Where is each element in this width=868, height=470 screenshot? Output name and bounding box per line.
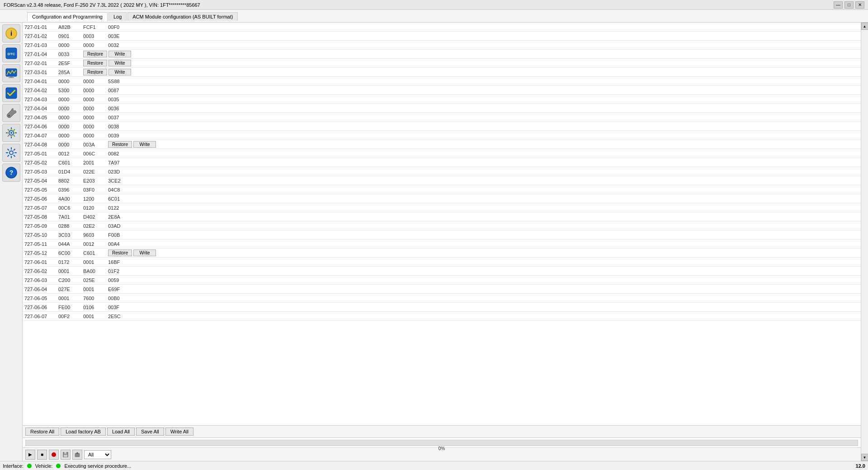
- row-id: 727-05-10: [24, 232, 58, 238]
- scroll-down-arrow[interactable]: ▼: [861, 454, 868, 461]
- restore-button[interactable]: Restore: [83, 69, 107, 75]
- status-message: Executing service procedure...: [64, 463, 131, 469]
- load-all-button[interactable]: Load All: [107, 428, 135, 436]
- svg-text:DTC: DTC: [7, 52, 15, 56]
- write-all-button[interactable]: Write All: [165, 428, 193, 436]
- row-v3: 7A97: [108, 160, 133, 165]
- row-v3: 01F2: [108, 268, 133, 274]
- restore-button[interactable]: Restore: [108, 141, 132, 148]
- svg-rect-19: [75, 453, 80, 457]
- row-v3: 0059: [108, 277, 133, 283]
- svg-point-8: [8, 115, 10, 117]
- sidebar-item-modules[interactable]: [2, 124, 20, 142]
- row-id: 727-05-02: [24, 160, 58, 165]
- close-button[interactable]: ✕: [855, 1, 864, 9]
- row-v3: 003E: [108, 33, 133, 39]
- sidebar-item-dtc[interactable]: DTC: [2, 44, 20, 62]
- row-id: 727-01-01: [24, 24, 58, 30]
- row-v1: 0000: [58, 42, 83, 48]
- row-v1: 0000: [58, 142, 83, 147]
- row-v1: C200: [58, 277, 83, 283]
- row-v1: 8802: [58, 178, 83, 183]
- restore-button[interactable]: Restore: [83, 51, 107, 57]
- restore-button[interactable]: Restore: [83, 60, 107, 66]
- tab-acm[interactable]: ACM Module configuration (AS BUILT forma…: [127, 12, 238, 21]
- scrollbar[interactable]: ▲ ▼: [861, 23, 868, 461]
- restore-all-button[interactable]: Restore All: [25, 428, 59, 436]
- row-v2: 022E: [83, 169, 108, 174]
- table-row: 727-06-03C200025E0059: [23, 276, 861, 285]
- row-v1: 0001: [58, 296, 83, 301]
- row-id: 727-04-05: [24, 115, 58, 120]
- table-row: 727-05-0700C601200122: [23, 203, 861, 212]
- progress-label: 0%: [26, 446, 858, 452]
- row-v2: 003A: [83, 142, 108, 147]
- table-row: 727-05-064A0012006C01: [23, 194, 861, 203]
- row-v1: FE00: [58, 305, 83, 310]
- sidebar-item-service[interactable]: [2, 84, 20, 102]
- table-row: 727-04-080000003ARestoreWrite: [23, 140, 861, 149]
- row-v1: 044A: [58, 241, 83, 247]
- sidebar-item-settings[interactable]: [2, 144, 20, 162]
- write-button[interactable]: Write: [108, 51, 131, 57]
- row-v2: 0000: [83, 42, 108, 48]
- svg-marker-20: [76, 452, 79, 454]
- row-v2: 0001: [83, 259, 108, 265]
- row-v3: 0035: [108, 97, 133, 102]
- minimize-button[interactable]: —: [834, 1, 843, 9]
- sidebar-item-info[interactable]: i: [2, 24, 20, 42]
- tab-log[interactable]: Log: [108, 12, 127, 21]
- row-id: 727-02-01: [24, 61, 58, 66]
- table-row: 727-05-103C039603F00B: [23, 230, 861, 240]
- write-button[interactable]: Write: [108, 60, 131, 66]
- svg-point-10: [10, 132, 12, 134]
- table-row: 727-05-0301D4022E023D: [23, 167, 861, 176]
- row-v3: 0032: [108, 42, 133, 48]
- row-id: 727-04-07: [24, 133, 58, 138]
- row-id: 727-06-07: [24, 314, 58, 319]
- table-row: 727-05-09028802E203AD: [23, 221, 861, 230]
- sidebar: i DTC: [0, 23, 23, 461]
- row-v3: 0039: [108, 133, 133, 138]
- restore-button[interactable]: Restore: [108, 249, 132, 256]
- row-v1: 0012: [58, 151, 83, 156]
- vehicle-label: Vehicle:: [35, 463, 53, 469]
- row-id: 727-06-01: [24, 259, 58, 265]
- scroll-up-arrow[interactable]: ▲: [861, 23, 868, 30]
- title-bar: FORScan v2.3.48 release, Ford F-250 2V 7…: [0, 0, 868, 10]
- table-row: 727-01-03000000000032: [23, 41, 861, 50]
- load-factory-ab-button[interactable]: Load factory AB: [61, 428, 106, 436]
- row-id: 727-06-06: [24, 305, 58, 310]
- sidebar-item-help[interactable]: ?: [2, 164, 20, 182]
- save-all-button[interactable]: Save All: [136, 428, 164, 436]
- row-v1: 5300: [58, 88, 83, 93]
- sidebar-item-tools[interactable]: [2, 104, 20, 122]
- table-row: 727-04-01000000005S88: [23, 77, 861, 86]
- row-id: 727-03-01: [24, 70, 58, 75]
- row-v1: 0172: [58, 259, 83, 265]
- progress-area: 0%: [23, 437, 861, 447]
- row-id: 727-06-02: [24, 268, 58, 274]
- row-id: 727-05-03: [24, 169, 58, 174]
- table-row: 727-06-050001760000B0: [23, 294, 861, 303]
- maximize-button[interactable]: □: [844, 1, 854, 9]
- sidebar-item-monitor[interactable]: [2, 64, 20, 82]
- row-v2: FCF1: [83, 24, 108, 30]
- write-button[interactable]: Write: [133, 141, 156, 148]
- table-row: 727-04-04000000000036: [23, 104, 861, 113]
- row-v1: A82B: [58, 24, 83, 30]
- row-v1: 0288: [58, 223, 83, 229]
- row-v2: 03F0: [83, 187, 108, 193]
- write-button[interactable]: Write: [133, 249, 156, 256]
- row-v3: 6C01: [108, 196, 133, 202]
- write-button[interactable]: Write: [108, 69, 131, 75]
- row-v1: 0000: [58, 124, 83, 129]
- row-v3: 0087: [108, 88, 133, 93]
- row-v1: 3C03: [58, 232, 83, 238]
- row-id: 727-05-01: [24, 151, 58, 156]
- row-id: 727-04-08: [24, 142, 58, 147]
- row-id: 727-01-04: [24, 52, 58, 57]
- row-v1: 6C00: [58, 250, 83, 256]
- progress-bar: 0%: [25, 440, 858, 446]
- tab-config[interactable]: Configuration and Programming: [27, 12, 108, 21]
